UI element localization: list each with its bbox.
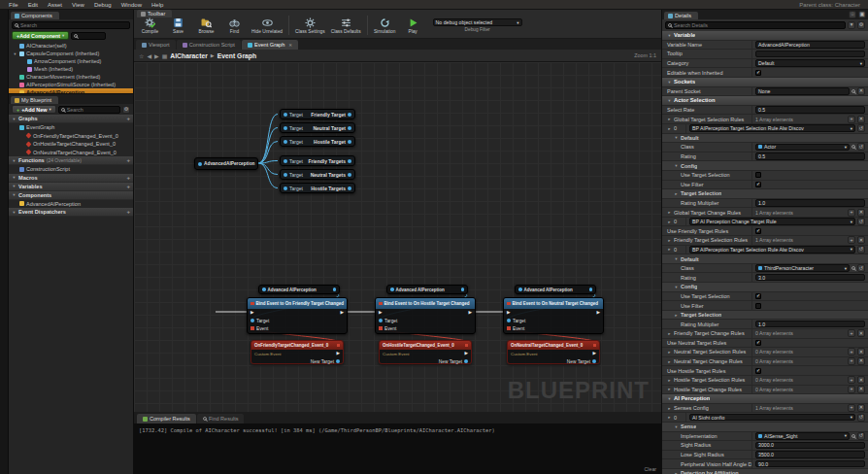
component-ref-pin[interactable] [262,288,266,291]
graph-node-ref-advanced-aiperception-2[interactable]: Advanced AIPerception [515,285,596,294]
menu-file[interactable]: File [4,2,23,8]
add-component-button[interactable]: +Add Component ▾ [12,31,69,40]
clear-array-icon[interactable]: ✕ [857,404,865,412]
graph-node-get-neutral-targets[interactable]: TargetNeutral Targets [280,169,355,180]
detail-section-actor-selection[interactable]: ▾Actor Selection [662,96,868,106]
graph-node-get-hostile-targets[interactable]: TargetHostile Targets [280,183,355,193]
graph-node-get-neutral-target[interactable]: TargetNeutral Target [280,122,355,133]
component-row-aiperceptionstimulisource-inherited[interactable]: AIPerceptionStimuliSource (Inherited) [9,81,133,88]
lock-icon[interactable]: ▣ [858,11,866,18]
menu-debug[interactable]: Debug [89,2,117,8]
detail-subsection-config[interactable]: ▾Config [662,283,868,292]
nav-back-icon[interactable]: ◀ [147,52,151,59]
section-functions[interactable]: ▾Functions(24 Overridable)+ [9,156,133,165]
reset-icon[interactable]: ↺ [857,246,865,254]
blueprint-item-onfriendlytargetchanged-event-0[interactable]: OnFriendlyTargetChanged_Event_0 [9,132,133,141]
toolbar-save-button[interactable]: Save [164,17,192,35]
exec-out-pin[interactable]: ▶ [468,311,472,316]
tab-viewport[interactable]: Viewport [136,40,176,50]
collapse-arrow-icon[interactable]: ▾ [674,256,679,261]
menu-help[interactable]: Help [147,2,168,8]
graph-node-bind-event-to-on-friendly-target-changed[interactable]: Bind Event to On Friendly Target Changed… [247,297,348,334]
exec-out-pin[interactable]: ▶ [340,311,344,316]
clear-icon[interactable]: ✕ [857,87,865,95]
collapse-arrow-icon[interactable]: ▸ [667,359,672,364]
graph-node-source-advancedaiperception[interactable]: AdvancedAIPerception [194,157,258,170]
clear-array-icon[interactable]: ✕ [857,236,865,244]
toolbar-browse-button[interactable]: Browse [192,17,220,35]
toolbar-find-button[interactable]: Find [220,17,249,35]
value-number[interactable]: 90.0 [755,460,865,468]
collapse-arrow-icon[interactable]: ▸ [674,191,679,196]
add-icon[interactable]: + [126,175,130,181]
toolbar-class-settings-button[interactable]: Class Settings [292,17,328,35]
collapse-arrow-icon[interactable]: ▾ [674,163,679,168]
section-variables[interactable]: ▾Variables+ [9,183,133,191]
blueprint-item-onneutraltargetchanged-event-0[interactable]: OnNeutralTargetChanged_Event_0 [9,149,133,157]
value-number[interactable]: 1.0 [755,321,865,328]
tab-event-graph[interactable]: Event Graph ✕ [242,40,298,50]
menu-window[interactable]: Window [117,2,147,8]
blueprint-item-constructionscript[interactable]: ConstructionScript [9,165,133,174]
target-input-pin[interactable] [284,126,287,130]
reset-icon[interactable]: ↺ [857,414,865,422]
toolbar-simulation-button[interactable]: Simulation [371,17,399,35]
toolbar-compile-button[interactable]: Compile [136,17,164,35]
event-delegate-pin[interactable] [507,326,511,330]
target-input-pin[interactable] [284,159,287,163]
my-blueprint-tab[interactable]: My Blueprint [11,96,58,104]
clear-array-icon[interactable]: ✕ [857,329,865,337]
add-element-icon[interactable]: + [848,236,855,244]
collapse-arrow-icon[interactable]: ▾ [674,135,679,140]
menu-view[interactable]: View [67,2,89,8]
value-class-dropdown[interactable]: AISense_Sight▾ [755,432,850,440]
value-number[interactable]: 0.5 [755,106,865,114]
target-output-pin[interactable] [198,162,202,166]
value-class-dropdown[interactable]: Actor▾ [755,144,850,152]
my-blueprint-search-input[interactable]: Search [58,106,120,114]
value-dropdown[interactable]: Default▾ [755,59,865,67]
collapse-arrow-icon[interactable]: ▸ [667,126,672,131]
components-search-input[interactable]: Search [12,21,130,29]
debug-object-selector[interactable]: No debug object selected ▾ Debug Filter [433,18,522,32]
search-icon[interactable] [851,89,855,93]
components-filter-input[interactable] [71,32,106,40]
target-input-pin[interactable] [284,140,287,144]
value-number[interactable]: 1.0 [755,199,865,207]
add-icon[interactable]: + [126,116,130,121]
target-pin[interactable] [379,319,383,322]
toolbar-hide-unrelated-button[interactable]: Hide Unrelated [249,17,285,35]
collapse-arrow-icon[interactable]: ▸ [667,238,672,243]
clear-array-icon[interactable]: ✕ [857,376,865,384]
collapse-arrow-icon[interactable]: ▾ [667,33,672,38]
value-socket[interactable]: None [755,87,850,95]
graph-node-ref-advanced-aiperception-1[interactable]: Advanced AIPerception [386,285,468,294]
new-target-output-pin[interactable] [336,359,340,363]
component-row-charactermovement-inherited[interactable]: CharacterMovement (Inherited) [9,73,133,81]
target-input-pin[interactable] [284,113,287,117]
section-components[interactable]: ▾Components [9,191,133,200]
blueprint-item-onhostiletargetchanged-event-0[interactable]: OnHostileTargetChanged_Event_0 [9,140,133,149]
bookmark-star-icon[interactable]: ☆ [139,52,144,59]
menu-asset[interactable]: Asset [43,2,67,8]
collapse-arrow-icon[interactable]: ▾ [667,396,672,401]
target-pin[interactable] [507,319,511,322]
reset-icon[interactable]: ↺ [857,432,865,440]
clear-array-icon[interactable]: ✕ [857,209,865,217]
clear-array-icon[interactable]: ✕ [857,357,865,365]
detail-subsection-target-selection[interactable]: ▸Target Selection [662,311,868,321]
reset-icon[interactable]: ↺ [857,143,865,151]
collapse-arrow-icon[interactable]: ▾ [12,184,17,188]
add-element-icon[interactable]: + [848,329,855,337]
search-icon[interactable] [851,266,855,270]
details-tab[interactable]: Details [664,12,698,19]
target-input-pin[interactable] [284,186,287,190]
reset-icon[interactable]: ↺ [857,218,865,225]
output-pin[interactable] [348,140,351,144]
exec-in-pin[interactable]: ▶ [507,311,511,316]
debug-object-dropdown[interactable]: No debug object selected ▾ [433,18,522,26]
toolbar-class-defaults-button[interactable]: Class Defaults [328,17,364,35]
section-event-dispatchers[interactable]: ▾Event Dispatchers+ [9,208,133,217]
add-element-icon[interactable]: + [848,404,855,412]
detail-section-sockets[interactable]: ▾Sockets [662,78,868,87]
